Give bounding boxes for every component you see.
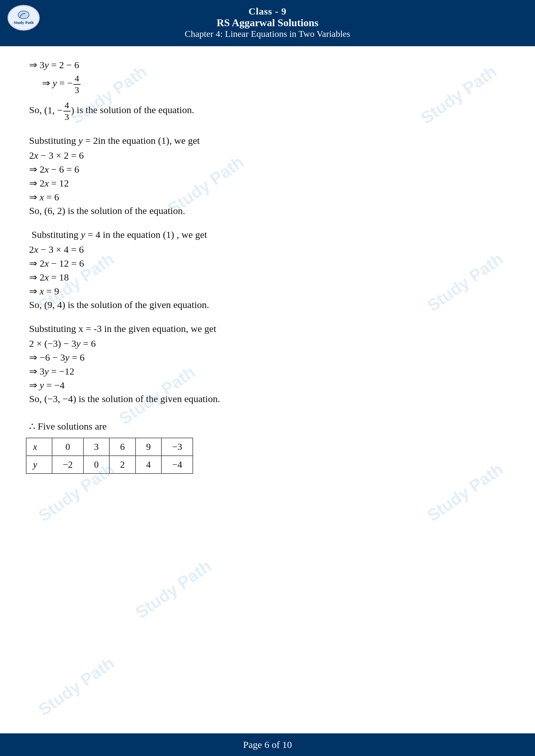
- main-content: Study Path Study Path Study Path Study P…: [0, 46, 535, 505]
- page-number: Page 6 of 10: [243, 739, 292, 750]
- section-4: Substituting x = -3 in the given equatio…: [26, 323, 509, 404]
- logo-text: Study Path: [14, 20, 34, 25]
- table-cell-y-2: 2: [109, 456, 135, 473]
- s2-line1: 2x − 3 × 2 = 6: [26, 150, 509, 161]
- s5-intro: ∴ Five solutions are: [26, 420, 509, 432]
- s4-intro: Substituting x = -3 in the given equatio…: [26, 323, 509, 334]
- solutions-table: x 0 3 6 9 −3 y −2 0 2 4 −4: [26, 438, 193, 474]
- svg-point-0: [18, 11, 29, 19]
- s4-conclusion: So, (−3, −4) is the solution of the give…: [26, 393, 509, 404]
- table-cell-x-3: 3: [83, 438, 110, 456]
- s2-intro: Substituting y = 2in the equation (1), w…: [26, 135, 509, 146]
- section-3: Substituting y = 4 in the equation (1) ,…: [26, 229, 509, 310]
- s1-line1: ⇒ 3y = 2 − 6: [26, 59, 509, 70]
- table-cell-y-neg4: −4: [161, 456, 193, 473]
- table-row-x: x 0 3 6 9 −3: [26, 438, 193, 456]
- table-cell-y-4: 4: [135, 456, 162, 473]
- header-class: Class - 9: [3, 6, 532, 17]
- page-header: Study Path Class - 9 RS Aggarwal Solutio…: [0, 0, 535, 46]
- watermark-9: Study Path: [132, 556, 215, 623]
- page-footer: Page 6 of 10: [0, 733, 535, 756]
- table-cell-x-neg3: −3: [161, 438, 193, 456]
- table-cell-y-0: 0: [83, 456, 110, 473]
- s4-line2: ⇒ −6 − 3y = 6: [26, 352, 509, 363]
- logo: Study Path: [6, 3, 42, 32]
- s1-conclusion: So, (1, −43) is the solution of the equa…: [26, 100, 509, 122]
- header-rs: RS Aggarwal Solutions: [3, 17, 532, 29]
- s3-line2: ⇒ 2x − 12 = 6: [26, 257, 509, 269]
- table-row-y: y −2 0 2 4 −4: [26, 456, 193, 473]
- s3-line4: ⇒ x = 9: [26, 285, 509, 297]
- s3-line3: ⇒ 2x = 18: [26, 272, 509, 283]
- s1-line2: ⇒ y = −43: [26, 73, 509, 95]
- table-cell-x-0: 0: [52, 438, 83, 456]
- section-1: ⇒ 3y = 2 − 6 ⇒ y = −43 So, (1, −43) is t…: [26, 59, 509, 122]
- table-cell-y-neg2: −2: [52, 456, 83, 473]
- header-chapter: Chapter 4: Linear Equations in Two Varia…: [3, 29, 532, 39]
- s2-line4: ⇒ x = 6: [26, 191, 509, 202]
- section-2: Substituting y = 2in the equation (1), w…: [26, 135, 509, 216]
- s3-intro: Substituting y = 4 in the equation (1) ,…: [26, 229, 509, 240]
- table-cell-x-label: x: [26, 438, 52, 456]
- s3-line1: 2x − 3 × 4 = 6: [26, 244, 509, 255]
- table-cell-x-6: 6: [109, 438, 135, 456]
- s2-conclusion: So, (6, 2) is the solution of the equati…: [26, 205, 509, 216]
- s4-line3: ⇒ 3y = −12: [26, 365, 509, 377]
- s3-conclusion: So, (9, 4) is the solution of the given …: [26, 299, 509, 310]
- s2-line2: ⇒ 2x − 6 = 6: [26, 164, 509, 175]
- table-cell-x-9: 9: [135, 438, 162, 456]
- section-5: ∴ Five solutions are x 0 3 6 9 −3 y −2 0…: [26, 420, 509, 474]
- watermark-10: Study Path: [35, 653, 118, 719]
- s4-line4: ⇒ y = −4: [26, 379, 509, 391]
- table-cell-y-label: y: [26, 456, 52, 473]
- s2-line3: ⇒ 2x = 12: [26, 177, 509, 189]
- s4-line1: 2 × (−3) − 3y = 6: [26, 338, 509, 349]
